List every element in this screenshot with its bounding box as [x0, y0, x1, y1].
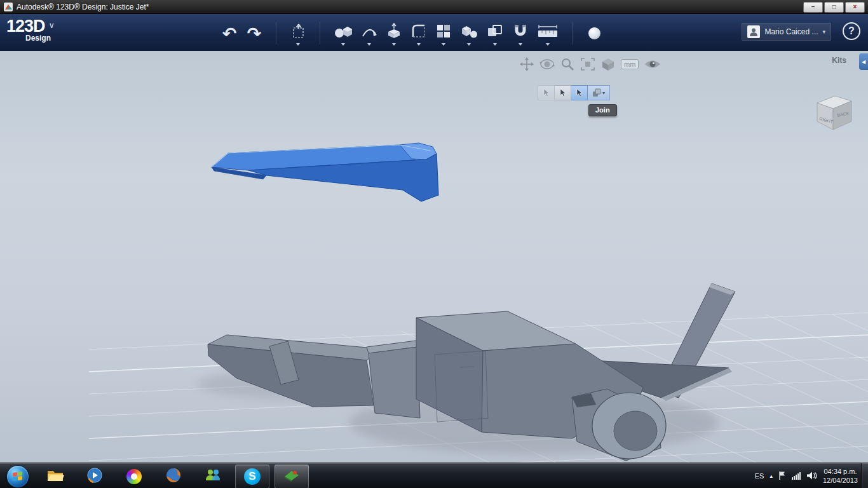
close-button[interactable]: ×: [845, 2, 865, 13]
app-menu-button[interactable]: 123D∨ Design: [6, 17, 55, 43]
snap-tool-button[interactable]: [512, 21, 529, 46]
orbit-button[interactable]: [539, 57, 555, 71]
view-mode-button[interactable]: [601, 57, 615, 71]
app-window-icon: [4, 3, 13, 11]
combine-tool-button[interactable]: [486, 21, 504, 46]
window-titlebar: Autodesk® 123D® Design: Justice Jet* – □…: [0, 0, 868, 14]
logo-text: 123D: [6, 17, 45, 36]
join-dropdown-icon: ▾: [602, 90, 605, 96]
measure-tool-button[interactable]: [537, 21, 559, 46]
volume-icon[interactable]: [806, 471, 817, 482]
select-tool-active[interactable]: [571, 85, 588, 100]
taskbar-123d-design[interactable]: [275, 464, 309, 488]
model-wing-selected[interactable]: [212, 143, 438, 201]
app-toolbar: 123D∨ Design ↶ ↷: [0, 14, 868, 51]
user-avatar-icon: [747, 25, 760, 38]
minimize-button[interactable]: –: [803, 2, 823, 13]
taskbar-firefox[interactable]: [156, 464, 191, 488]
show-desktop-button[interactable]: [861, 463, 868, 488]
group-tool-button[interactable]: [460, 21, 478, 46]
hidden-icons-button[interactable]: ▴: [770, 473, 773, 479]
system-tray: ES ▴ 04:34 p.m. 12/04/2013: [755, 463, 858, 488]
toolbar-separator: [572, 22, 573, 44]
language-indicator[interactable]: ES: [755, 472, 764, 480]
view-navigation-toolbar: mm: [520, 57, 661, 71]
logo-chevron-icon: ∨: [49, 20, 55, 30]
zoom-button[interactable]: [560, 57, 574, 71]
start-button[interactable]: [6, 465, 29, 488]
selection-toolbar: ▾: [538, 85, 610, 100]
viewport-canvas[interactable]: [0, 51, 868, 463]
panel-collapse-button[interactable]: ◀: [859, 53, 868, 70]
account-dropdown-icon: ▾: [822, 29, 825, 35]
logo-subtitle: Design: [25, 34, 55, 43]
join-dropdown-button[interactable]: ▾: [588, 85, 610, 100]
join-tooltip: Join: [588, 104, 617, 116]
window-title: Autodesk® 123D® Design: Justice Jet*: [17, 3, 149, 11]
toolbar-separator: [320, 22, 320, 44]
construct-tool-button[interactable]: [386, 21, 402, 46]
action-center-flag-icon[interactable]: [778, 471, 786, 482]
undo-button[interactable]: ↶: [221, 23, 238, 43]
taskbar-skype[interactable]: S: [235, 464, 269, 488]
primitives-tool-button[interactable]: [334, 21, 353, 46]
main-tools: ↶ ↷: [221, 20, 602, 46]
firefox-icon: [165, 467, 182, 486]
123d-design-icon: [283, 468, 300, 485]
media-player-icon: [86, 467, 103, 486]
windows-logo-icon: [13, 471, 23, 482]
sphere-icon: [588, 27, 600, 39]
color-wheel-icon: [126, 469, 142, 484]
window-controls: – □ ×: [803, 2, 865, 13]
pattern-tool-button[interactable]: [435, 21, 452, 46]
user-name: Mario Caiced ...: [764, 27, 818, 36]
pan-button[interactable]: [520, 57, 534, 71]
screen: Autodesk® 123D® Design: Justice Jet* – □…: [0, 0, 868, 488]
network-icon[interactable]: [792, 472, 801, 480]
units-button[interactable]: mm: [621, 59, 639, 69]
material-sphere-button[interactable]: [586, 23, 602, 43]
clock-time: 04:34 p.m.: [823, 467, 858, 476]
redo-button[interactable]: ↷: [246, 23, 262, 43]
taskbar-clock[interactable]: 04:34 p.m. 12/04/2013: [823, 467, 858, 485]
modify-tool-button[interactable]: [410, 21, 427, 46]
kits-label: Kits: [832, 56, 846, 65]
sketch-tool-button[interactable]: [361, 21, 377, 46]
view-cube[interactable]: RIGHT BACK: [811, 90, 858, 137]
taskbar-windows-media-player[interactable]: [78, 464, 112, 488]
zoom-fit-button[interactable]: [580, 57, 595, 71]
taskbar-windows-explorer[interactable]: [38, 464, 72, 488]
taskbar: S ES ▴ 04:34 p.m. 12/04/2013: [0, 463, 868, 488]
skype-icon: S: [244, 468, 261, 485]
folder-icon: [46, 468, 64, 485]
maximize-button[interactable]: □: [824, 2, 844, 13]
taskbar-apps: S: [38, 464, 309, 488]
toolbar-separator: [276, 22, 276, 44]
select-tool[interactable]: [555, 85, 571, 100]
messenger-icon: [205, 468, 221, 485]
transform-move-button[interactable]: [290, 21, 306, 46]
viewport: mm ▾ Join Kits ◀: [0, 51, 868, 463]
visibility-eye-button[interactable]: [644, 58, 661, 70]
taskbar-messenger[interactable]: [196, 464, 230, 488]
select-tool-secondary[interactable]: [538, 85, 555, 100]
clock-date: 12/04/2013: [823, 476, 858, 485]
account-menu[interactable]: Mario Caiced ... ▾: [742, 23, 831, 41]
taskbar-color-app[interactable]: [117, 464, 151, 488]
help-button[interactable]: ?: [843, 22, 860, 40]
